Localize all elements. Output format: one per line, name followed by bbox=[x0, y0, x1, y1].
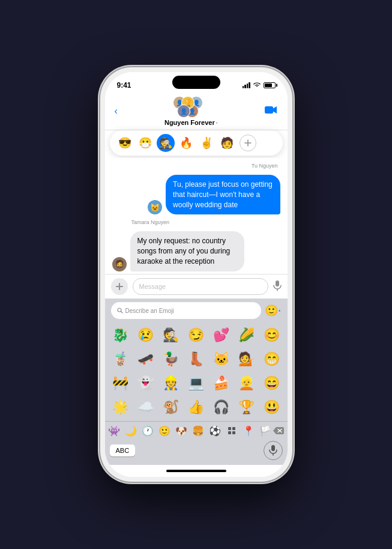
signal-bar-2 bbox=[244, 85, 246, 88]
emoji-grid-item[interactable]: 👷 bbox=[159, 372, 183, 395]
emoji-grid-item[interactable]: 👻 bbox=[134, 372, 158, 395]
kb-smiley-icon[interactable]: 🙂 bbox=[158, 424, 171, 437]
emoji-grid-item[interactable]: 🐒 bbox=[159, 396, 183, 419]
emoji-item-2-selected[interactable]: 🕵️ bbox=[157, 134, 175, 152]
bubble-outgoing: Tu, please just focus on getting that ha… bbox=[166, 175, 280, 214]
nav-bar: ‹ 👤 🏆 👤 👤 👤 Nguyen Forever › bbox=[105, 94, 288, 130]
emoji-search-input[interactable]: Describe an Emoji bbox=[111, 302, 261, 319]
status-time: 9:41 bbox=[117, 81, 131, 89]
emoji-item-4[interactable]: ✌️ bbox=[198, 134, 216, 152]
emoji-grid-item[interactable]: 🦆 bbox=[159, 348, 183, 371]
emoji-grid-item[interactable]: 🌟 bbox=[109, 396, 133, 419]
emoji-item-5[interactable]: 🧑 bbox=[218, 134, 236, 152]
phone-screen: 9:41 bbox=[105, 72, 288, 477]
signal-bar-3 bbox=[247, 83, 249, 88]
emoji-grid-item[interactable]: 👍 bbox=[184, 396, 208, 419]
sender-label-tamara: Tamara Nguyen bbox=[131, 219, 280, 225]
avatar-tamara: 🧔 bbox=[112, 257, 127, 271]
kb-pin-icon[interactable]: 📍 bbox=[242, 424, 255, 437]
group-avatars: 👤 🏆 👤 👤 👤 bbox=[173, 96, 209, 118]
home-bar bbox=[166, 470, 226, 472]
emoji-grid-item[interactable]: 👢 bbox=[184, 348, 208, 371]
kb-action-row: ABC bbox=[105, 438, 288, 465]
emoji-item-1[interactable]: 😷 bbox=[136, 134, 154, 152]
message-row-outgoing: Tu, please just focus on getting that ha… bbox=[112, 175, 280, 214]
avatar-tu: 😺 bbox=[148, 200, 162, 214]
emoji-grid-item[interactable]: 🚧 bbox=[109, 372, 133, 395]
keyboard-area: Describe an Emoji 🙂+ 🐉 😢 🕵️ 😏 💕 🌽 😊 🧋 🛹 … bbox=[105, 299, 288, 465]
emoji-grid-item[interactable]: ☁️ bbox=[134, 396, 158, 419]
sender-label-tu: Tu Nguyen bbox=[112, 163, 278, 169]
home-indicator bbox=[105, 465, 288, 477]
back-button[interactable]: ‹ bbox=[115, 106, 118, 117]
status-icons bbox=[243, 82, 276, 89]
emoji-grid-item[interactable]: 🕵️ bbox=[159, 324, 183, 347]
message-placeholder: Message bbox=[139, 283, 166, 290]
emoji-grid-item[interactable]: 😊 bbox=[260, 324, 284, 347]
emoji-grid-item[interactable]: 🍰 bbox=[210, 372, 234, 395]
emoji-item-3[interactable]: 🔥 bbox=[177, 134, 195, 152]
svg-rect-0 bbox=[265, 106, 273, 114]
emoji-grid-item[interactable]: 😁 bbox=[260, 348, 284, 371]
signal-bar-4 bbox=[249, 82, 250, 88]
avatar-4: 👤 bbox=[177, 105, 190, 118]
svg-rect-12 bbox=[232, 431, 235, 434]
kb-mic-button[interactable] bbox=[264, 441, 283, 460]
kb-delete-button[interactable] bbox=[272, 424, 284, 437]
emoji-strip: 😎 😷 🕵️ 🔥 ✌️ 🧑 bbox=[110, 130, 283, 156]
emoji-grid-item[interactable]: 🐱 bbox=[210, 348, 234, 371]
emoji-add-button[interactable] bbox=[240, 135, 256, 151]
emoji-grid-item[interactable]: 👱 bbox=[235, 372, 259, 395]
emoji-grid-item[interactable]: 💕 bbox=[210, 324, 234, 347]
phone-frame: 9:41 bbox=[100, 67, 292, 482]
kb-toolbar-icons: 👾 🌙 🕐 🙂 🐶 🍔 ⚽ 📍 🏳️ bbox=[107, 424, 272, 437]
svg-rect-15 bbox=[271, 445, 275, 451]
dynamic-island bbox=[172, 76, 220, 89]
nav-center: 👤 🏆 👤 👤 👤 Nguyen Forever › bbox=[164, 96, 217, 126]
bubble-incoming: My only request: no country songs from a… bbox=[130, 231, 244, 271]
emoji-grid-item[interactable]: 🌽 bbox=[235, 324, 259, 347]
svg-rect-10 bbox=[232, 427, 235, 430]
emoji-grid-item[interactable]: 😏 bbox=[184, 324, 208, 347]
kb-food-icon[interactable]: 🍔 bbox=[191, 424, 205, 437]
signal-bar-1 bbox=[243, 86, 244, 88]
chat-area: Tu Nguyen Tu, please just focus on getti… bbox=[105, 158, 288, 274]
voice-message-button[interactable] bbox=[273, 281, 282, 293]
video-call-button[interactable] bbox=[265, 105, 278, 117]
group-name-chevron: › bbox=[216, 120, 218, 126]
kb-flag-icon[interactable]: 🏳️ bbox=[259, 424, 272, 437]
kb-alien-icon[interactable]: 👾 bbox=[107, 424, 121, 437]
battery-fill bbox=[265, 83, 273, 87]
emoji-grid-item[interactable]: 💁 bbox=[235, 348, 259, 371]
kb-grid-icon[interactable] bbox=[225, 424, 238, 437]
svg-rect-9 bbox=[228, 427, 231, 430]
emoji-grid-item[interactable]: 💻 bbox=[184, 372, 208, 395]
wifi-icon bbox=[253, 82, 261, 89]
emoji-item-0[interactable]: 😎 bbox=[116, 134, 134, 152]
emoji-grid-item[interactable]: 🛹 bbox=[134, 348, 158, 371]
kb-clock-icon[interactable]: 🕐 bbox=[141, 424, 154, 437]
emoji-search-placeholder: Describe an Emoji bbox=[125, 308, 174, 314]
emoji-grid-item[interactable]: 😢 bbox=[134, 324, 158, 347]
emoji-smileys-button[interactable]: 🙂+ bbox=[265, 302, 282, 319]
battery-icon bbox=[264, 82, 276, 88]
emoji-grid: 🐉 😢 🕵️ 😏 💕 🌽 😊 🧋 🛹 🦆 👢 🐱 💁 😁 🚧 👻 👷 💻 � bbox=[105, 321, 288, 421]
emoji-grid-item[interactable]: 🎧 bbox=[210, 396, 234, 419]
svg-rect-11 bbox=[228, 431, 231, 434]
abc-button[interactable]: ABC bbox=[110, 444, 136, 456]
kb-cat-icon[interactable]: 🐶 bbox=[175, 424, 188, 437]
kb-moon-icon[interactable]: 🌙 bbox=[124, 424, 137, 437]
svg-line-8 bbox=[121, 312, 122, 314]
emoji-grid-item[interactable]: 🧋 bbox=[109, 348, 133, 371]
emoji-grid-item[interactable]: 😃 bbox=[260, 396, 284, 419]
emoji-grid-item[interactable]: 🐉 bbox=[109, 324, 133, 347]
group-name[interactable]: Nguyen Forever › bbox=[164, 119, 217, 126]
emoji-grid-item[interactable]: 🏆 bbox=[235, 396, 259, 419]
svg-rect-5 bbox=[276, 281, 279, 287]
emoji-search-bar: Describe an Emoji 🙂+ bbox=[105, 299, 288, 321]
attachment-button[interactable] bbox=[111, 278, 128, 295]
emoji-grid-item[interactable]: 😄 bbox=[260, 372, 284, 395]
message-input-field[interactable]: Message bbox=[133, 278, 268, 295]
message-row-incoming: 🧔 My only request: no country songs from… bbox=[112, 231, 280, 271]
kb-ball-icon[interactable]: ⚽ bbox=[208, 424, 222, 437]
